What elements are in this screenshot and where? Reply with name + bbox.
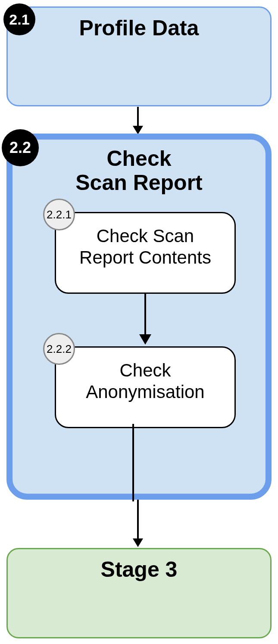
node-title: Check Scan Report bbox=[12, 140, 266, 195]
node-profile-data: Profile Data bbox=[6, 6, 272, 106]
sub-text-line: Check Scan bbox=[97, 226, 194, 246]
badge-2-1: 2.1 bbox=[3, 3, 35, 35]
node-title: Profile Data bbox=[8, 8, 270, 40]
title-line: Scan Report bbox=[75, 171, 203, 195]
badge-2-2-1: 2.2.1 bbox=[43, 199, 75, 230]
arrow-line bbox=[137, 500, 139, 538]
badge-2-2: 2.2 bbox=[2, 129, 39, 166]
arrow-line bbox=[144, 294, 146, 334]
arrowhead-icon bbox=[133, 538, 143, 547]
arrowhead-icon bbox=[139, 334, 151, 345]
arrow-line bbox=[132, 424, 134, 501]
node-title: Stage 3 bbox=[8, 549, 270, 582]
arrow-221-to-222 bbox=[139, 294, 151, 345]
arrow-21-to-22 bbox=[133, 107, 143, 134]
arrowhead-icon bbox=[133, 126, 143, 134]
title-line: Check bbox=[106, 146, 171, 171]
process-diagram: Profile Data 2.1 Check Scan Report 2.2.1… bbox=[0, 0, 278, 644]
node-check-scan-report-contents: 2.2.1 Check Scan Report Contents bbox=[55, 212, 236, 294]
node-check-scan-report: Check Scan Report 2.2.1 Check Scan Repor… bbox=[6, 134, 272, 500]
badge-2-2-2: 2.2.2 bbox=[43, 333, 75, 365]
node-check-anonymisation: 2.2.2 Check Anonymisation bbox=[55, 346, 236, 428]
arrow-22-to-stage3 bbox=[133, 500, 143, 547]
sub-text-line: Anonymisation bbox=[86, 382, 204, 402]
arrow-line bbox=[137, 107, 139, 126]
node-stage-3: Stage 3 bbox=[6, 548, 272, 638]
sub-text-line: Check bbox=[119, 360, 171, 380]
sub-text-line: Report Contents bbox=[79, 247, 211, 268]
